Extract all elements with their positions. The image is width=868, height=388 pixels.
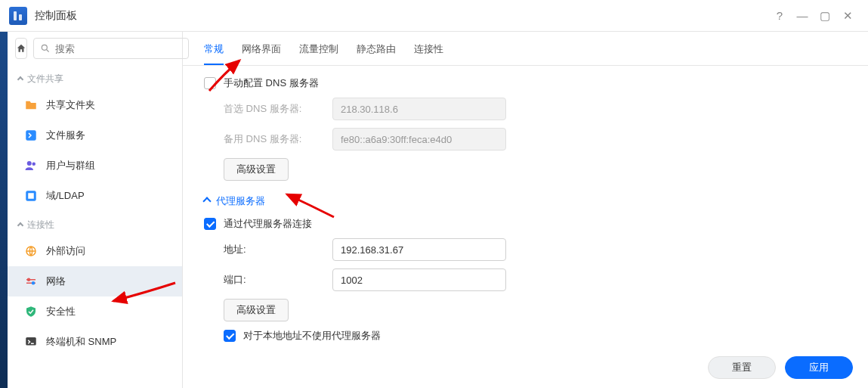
svg-point-4 xyxy=(32,163,36,166)
maximize-button[interactable]: ▢ xyxy=(814,5,836,27)
sidebar-item-label: 用户与群组 xyxy=(46,159,95,172)
search-input[interactable] xyxy=(55,43,182,54)
sidebar-item-label: 外部访问 xyxy=(46,244,85,258)
proxy-bypass-label: 对于本地地址不使用代理服务器 xyxy=(243,329,381,343)
dns-manual-label: 手动配置 DNS 服务器 xyxy=(224,76,319,90)
reset-button[interactable]: 重置 xyxy=(708,356,776,379)
sidebar-item-label: 终端机和 SNMP xyxy=(46,335,116,349)
dns-secondary-label: 备用 DNS 服务器: xyxy=(204,132,332,146)
home-button[interactable] xyxy=(15,38,27,59)
network-icon xyxy=(23,274,39,289)
proxy-addr-label: 地址: xyxy=(204,243,332,256)
sidebar-item-users-groups[interactable]: 用户与群组 xyxy=(8,151,182,181)
group-file-share[interactable]: 文件共享 xyxy=(8,65,182,90)
sidebar-item-terminal-snmp[interactable]: 终端机和 SNMP xyxy=(8,327,182,357)
proxy-advanced-button[interactable]: 高级设置 xyxy=(224,299,289,321)
svg-point-8 xyxy=(28,278,30,281)
proxy-enable-checkbox[interactable] xyxy=(204,218,216,230)
svg-rect-6 xyxy=(28,193,34,199)
sidebar-item-shared-folder[interactable]: 共享文件夹 xyxy=(8,90,182,120)
chevron-up-icon xyxy=(17,222,23,228)
proxy-section-title: 代理服务器 xyxy=(216,194,265,208)
window-title: 控制面板 xyxy=(35,9,77,23)
group-connectivity[interactable]: 连接性 xyxy=(8,211,182,236)
svg-line-1 xyxy=(47,50,49,52)
close-button[interactable]: ✕ xyxy=(836,5,859,27)
chevron-up-icon xyxy=(202,197,211,205)
titlebar: 控制面板 ? — ▢ ✕ xyxy=(0,0,868,32)
home-icon xyxy=(16,43,26,54)
sidebar-item-file-service[interactable]: 文件服务 xyxy=(8,120,182,151)
ldap-icon xyxy=(23,188,39,203)
dns-manual-checkbox[interactable] xyxy=(204,77,216,89)
proxy-port-input[interactable] xyxy=(332,268,506,291)
sidebar-item-label: 安全性 xyxy=(46,305,76,318)
group-label: 文件共享 xyxy=(27,73,63,85)
sidebar-item-label: 网络 xyxy=(46,275,66,288)
main-panel: 常规 网络界面 流量控制 静态路由 连接性 手动配置 DNS 服务器 首选 DN… xyxy=(183,32,868,388)
svg-point-3 xyxy=(27,161,32,166)
shield-icon xyxy=(23,304,39,319)
minimize-button[interactable]: — xyxy=(791,5,814,27)
footer-actions: 重置 应用 xyxy=(708,356,853,379)
dns-advanced-button[interactable]: 高级设置 xyxy=(224,158,289,181)
users-icon xyxy=(23,158,39,173)
left-gutter xyxy=(0,32,8,388)
app-icon xyxy=(9,7,27,25)
apply-button[interactable]: 应用 xyxy=(785,356,853,379)
tab-static-route[interactable]: 静态路由 xyxy=(357,42,396,65)
proxy-section-toggle[interactable]: 代理服务器 xyxy=(204,194,847,208)
sidebar-item-label: 域/LDAP xyxy=(46,189,85,203)
dns-primary-label: 首选 DNS 服务器: xyxy=(204,102,332,116)
sidebar-item-security[interactable]: 安全性 xyxy=(8,296,182,327)
svg-point-9 xyxy=(32,282,35,284)
dns-secondary-input xyxy=(332,128,506,151)
group-label: 连接性 xyxy=(27,219,54,231)
sidebar-item-label: 文件服务 xyxy=(46,129,85,142)
tab-general[interactable]: 常规 xyxy=(204,42,224,65)
help-button[interactable]: ? xyxy=(768,5,791,27)
tabs: 常规 网络界面 流量控制 静态路由 连接性 xyxy=(183,32,868,66)
search-icon xyxy=(40,43,51,54)
terminal-icon xyxy=(23,334,39,349)
proxy-addr-input[interactable] xyxy=(332,238,506,261)
tab-traffic[interactable]: 流量控制 xyxy=(299,42,338,65)
content-area: 手动配置 DNS 服务器 首选 DNS 服务器: 备用 DNS 服务器: 高级设… xyxy=(183,66,868,388)
sidebar-item-external-access[interactable]: 外部访问 xyxy=(8,236,182,266)
tab-connectivity[interactable]: 连接性 xyxy=(414,42,443,65)
sidebar-item-network[interactable]: 网络 xyxy=(8,266,182,296)
sidebar-item-label: 共享文件夹 xyxy=(46,98,95,112)
sidebar-item-domain-ldap[interactable]: 域/LDAP xyxy=(8,181,182,211)
globe-icon xyxy=(23,244,39,259)
sidebar: 文件共享 共享文件夹 文件服务 用户与群组 域/LDAP xyxy=(8,32,183,388)
proxy-enable-label: 通过代理服务器连接 xyxy=(224,217,312,231)
proxy-bypass-checkbox[interactable] xyxy=(224,330,236,342)
proxy-port-label: 端口: xyxy=(204,273,332,287)
search-box[interactable] xyxy=(33,38,189,59)
tab-interface[interactable]: 网络界面 xyxy=(242,42,281,65)
chevron-up-icon xyxy=(17,76,23,82)
dns-primary-input xyxy=(332,98,506,120)
folder-icon xyxy=(23,98,39,113)
svg-point-0 xyxy=(42,45,47,50)
file-service-icon xyxy=(23,128,39,143)
